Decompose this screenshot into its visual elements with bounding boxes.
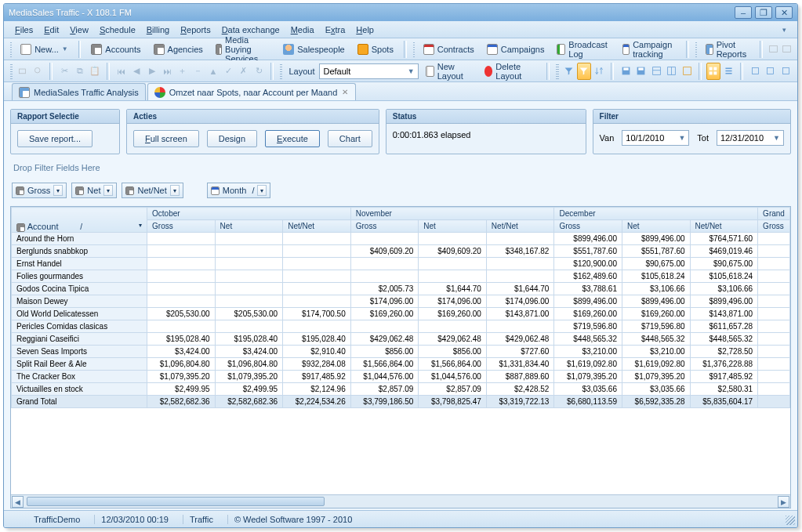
svg-rect-12 [683, 67, 691, 75]
pivot-icon [706, 44, 713, 55]
campaign-tracking-button[interactable]: Campaign tracking [617, 41, 681, 58]
cancel-icon: ✗ [237, 63, 250, 80]
new-layout-button[interactable]: New Layout [420, 63, 477, 80]
svg-rect-15 [709, 71, 713, 74]
agencies-button[interactable]: Agencies [148, 41, 209, 58]
report-icon [19, 87, 30, 98]
month-december[interactable]: December [554, 208, 758, 220]
broadcast-log-button[interactable]: Broadcast Log [551, 41, 615, 58]
first-icon: ⏮ [114, 63, 128, 80]
horizontal-scrollbar[interactable]: ◀ ▶ [11, 494, 790, 508]
new-button[interactable]: New...▼ [15, 41, 74, 58]
tab-omzet[interactable]: Omzet naar Spots, naar Account per Maand… [147, 83, 357, 100]
scroll-right-icon[interactable]: ▶ [778, 496, 789, 508]
campaigns-button[interactable]: Campaigns [481, 41, 550, 58]
date-from-input[interactable]: 10/1/2010▼ [622, 130, 689, 146]
field-icon [125, 186, 134, 195]
table-row: Berglunds snabbkop$409,609.20$409,609.20… [12, 245, 790, 258]
menu-billing[interactable]: Billing [142, 23, 174, 37]
prev-icon: ◀ [130, 63, 143, 80]
svg-rect-8 [652, 67, 660, 75]
field-net[interactable]: Net▾ [71, 183, 117, 198]
layout3-icon[interactable] [680, 63, 693, 80]
tab-traffic-analysis[interactable]: MediaSales Traffic Analysis [12, 83, 146, 100]
grid-icon [216, 44, 222, 55]
accounts-button[interactable]: Accounts [85, 41, 146, 58]
filter-drop-zone[interactable]: Drop Filter Fields Here [10, 161, 791, 175]
table-row: Victuailles en stock$2,499.95$2,499.95$2… [12, 383, 790, 396]
status-mode: Traffic [183, 515, 220, 524]
svg-rect-22 [782, 67, 789, 74]
scroll-left-icon[interactable]: ◀ [12, 496, 24, 508]
minimize-button[interactable]: – [735, 6, 752, 19]
save-icon[interactable] [619, 63, 632, 80]
resize-grip-icon[interactable] [786, 516, 795, 525]
grand-header[interactable]: Grand [758, 208, 790, 220]
chart-button[interactable]: Chart [328, 130, 372, 147]
tool-y-icon[interactable] [764, 63, 777, 80]
grand-total-row: Grand Total$2,582,682.36$2,582,682.36$2,… [12, 396, 790, 408]
status-text: 0:00:01.863 elapsed [393, 130, 471, 139]
menu-edit[interactable]: Edit [39, 23, 64, 37]
field-netnet[interactable]: Net/Net▾ [122, 183, 183, 198]
layout2-icon[interactable] [665, 63, 678, 80]
menu-help[interactable]: Help [351, 23, 379, 37]
filter-active-icon[interactable] [577, 63, 590, 80]
grid-view-icon[interactable] [706, 63, 720, 80]
field-month[interactable]: Month /▾ [207, 183, 271, 198]
table-row: Split Rail Beer & Ale$1,096,804.80$1,096… [12, 358, 790, 371]
paste-icon: 📋 [88, 63, 101, 80]
menu-view[interactable]: View [65, 23, 93, 37]
person-icon [283, 44, 294, 55]
spots-button[interactable]: Spots [352, 41, 399, 58]
menu-media[interactable]: Media [286, 23, 319, 37]
account-header[interactable]: Account / ▾ [12, 208, 147, 233]
window-title: MediaSales Traffic - X 108.1 FM [9, 8, 735, 17]
design-button[interactable]: Design [207, 130, 257, 147]
layout1-icon[interactable] [649, 63, 662, 80]
field-gross[interactable]: Gross▾ [12, 183, 67, 198]
add-icon: ＋ [176, 63, 189, 80]
maximize-button[interactable]: ❐ [755, 6, 772, 19]
filter-icon[interactable] [562, 63, 575, 80]
sort-icon[interactable] [593, 63, 606, 80]
chart-icon [154, 87, 165, 98]
panel-acties: Acties Full screen Design Execute Chart [126, 109, 379, 154]
toolbar-layout: ✂ ⧉ 📋 ⏮ ◀ ▶ ⏭ ＋ － ▲ ✓ ✗ ↻ Layout Default… [4, 60, 797, 82]
tot-label: Tot [697, 133, 709, 143]
copy-icon: ⧉ [73, 63, 86, 80]
month-november[interactable]: November [350, 208, 554, 220]
app-window: MediaSales Traffic - X 108.1 FM – ❐ ✕ Fi… [3, 3, 798, 528]
tool-x-icon[interactable] [748, 63, 761, 80]
fullscreen-button[interactable]: Full screen [133, 130, 199, 147]
svg-rect-16 [714, 71, 717, 74]
list-view-icon[interactable] [722, 63, 735, 80]
tool-z-icon[interactable] [778, 63, 792, 80]
execute-button[interactable]: Execute [265, 130, 320, 147]
month-october[interactable]: October [147, 208, 351, 220]
date-to-input[interactable]: 12/31/2010▼ [717, 130, 784, 146]
menu-extra[interactable]: Extra [321, 23, 350, 37]
table-row: Ernst Handel$120,900.00$90,675.00$90,675… [12, 258, 790, 270]
panel-title: Acties [127, 110, 379, 124]
scroll-thumb[interactable] [27, 497, 325, 506]
saveas-icon[interactable] [634, 63, 648, 80]
media-buying-button[interactable]: Media Buying Services [210, 41, 276, 58]
close-button[interactable]: ✕ [775, 6, 793, 19]
menu-reports[interactable]: Reports [176, 23, 216, 37]
document-tabs: MediaSales Traffic Analysis Omzet naar S… [4, 82, 797, 101]
layout-combo[interactable]: Default▼ [319, 63, 418, 79]
save-report-button[interactable]: Save report... [17, 130, 93, 147]
menu-expand-icon[interactable]: ▾ [778, 26, 791, 34]
table-row: Around the Horn$899,496.00$899,496.00$76… [12, 233, 790, 245]
menu-files[interactable]: Files [10, 23, 38, 37]
contracts-button[interactable]: Contracts [418, 41, 480, 58]
tool-icon-a [768, 41, 779, 58]
menu-schedule[interactable]: Schedule [95, 23, 140, 37]
salespeople-button[interactable]: Salespeople [278, 41, 350, 58]
last-icon: ⏭ [161, 63, 174, 80]
tab-close-icon[interactable]: ✕ [341, 88, 349, 96]
pivot-reports-button[interactable]: Pivot Reports [700, 41, 756, 58]
delete-layout-button[interactable]: Delete Layout [479, 63, 543, 80]
panel-status: Status 0:00:01.863 elapsed [386, 109, 586, 154]
